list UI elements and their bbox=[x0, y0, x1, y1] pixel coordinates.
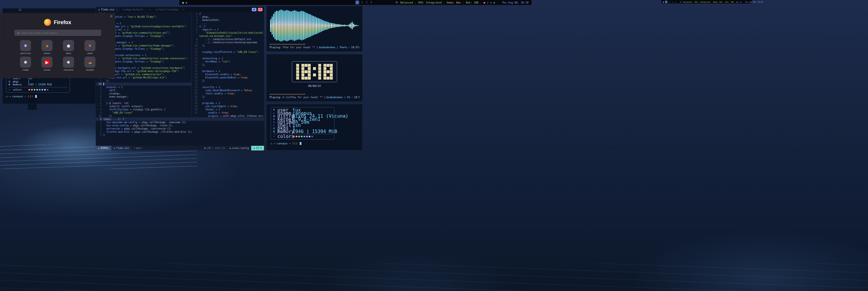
code-text: inherit (self) outputs; bbox=[103, 105, 191, 108]
line-number: 12 bbox=[192, 51, 199, 54]
editor-pane-bottom[interactable]: 1{pkgs, ...}: {1 tux-awesome-wm-config =… bbox=[96, 118, 264, 146]
home-icon: ⌂ bbox=[6, 95, 7, 98]
code-text bbox=[199, 54, 264, 57]
visualizer-bar bbox=[300, 11, 301, 40]
code-text: { bbox=[199, 12, 264, 16]
bar-item: Home: 8ms bbox=[447, 1, 461, 4]
newtab-search-bar[interactable] bbox=[14, 30, 101, 36]
new-tab-page: ⚙ Firefox ❄search.nixosaamazon◉github✳cl… bbox=[0, 13, 115, 78]
code-line: 4 ... bbox=[192, 22, 264, 25]
line-number: 26 bbox=[192, 95, 199, 98]
palette-dot bbox=[28, 89, 30, 91]
visualizer-bar bbox=[323, 21, 324, 30]
shortcut-tile[interactable]: ❋chat.openai bbox=[60, 57, 76, 71]
code-text: networking = { bbox=[199, 57, 264, 60]
buffer-close-button[interactable]: × bbox=[258, 8, 262, 11]
line-number: 1 bbox=[96, 118, 103, 121]
bar-item: | bbox=[711, 1, 712, 3]
workspace-button[interactable]: 2 bbox=[668, 1, 671, 3]
shortcut-tile[interactable]: ☁cloudflare bbox=[82, 57, 98, 71]
code-text: nixos-hardware.url = "github:nixos/nixos… bbox=[103, 66, 191, 70]
shortcut-tile[interactable]: ▶youtube bbox=[39, 57, 55, 71]
shortcut-label: github bbox=[66, 52, 71, 54]
visualizer-bar bbox=[270, 19, 271, 32]
palette-dot bbox=[309, 136, 310, 137]
shortcut-icon-box: ❄ bbox=[20, 40, 31, 51]
line-number: 18 bbox=[192, 70, 199, 73]
tab-close-icon[interactable]: × bbox=[116, 8, 118, 11]
search-icon bbox=[17, 32, 19, 34]
editor-tabline: ❄flake.nix×❄pkgs/default...×❄hosts/isoIm… bbox=[96, 7, 264, 12]
shortcut-icon: ◉ bbox=[66, 43, 71, 48]
code-text: programs = { bbox=[199, 101, 264, 105]
bar-app-icons[interactable]: ▦ bbox=[663, 1, 664, 3]
code-line: 20 bluetooth.powerOnBoot = true; bbox=[192, 76, 264, 79]
code-text: firefox-mod-blur = pkgs.callPackage ./fi… bbox=[103, 130, 264, 134]
code-line: 9 ../../modules/nixos/desktop/awesome bbox=[192, 41, 264, 44]
editor-pane-right[interactable]: 1{2 pkgs,3 modulesPath,4 ...5}: {6 impor… bbox=[192, 12, 264, 117]
tab-close-icon[interactable]: × bbox=[183, 8, 184, 11]
workspace-button[interactable]: 4 bbox=[369, 1, 373, 4]
code-text bbox=[199, 66, 264, 70]
code-line: 3 modulesPath, bbox=[192, 19, 264, 22]
fastfetch-info-box: ☻usertux⌂hnamecanopus▣distroNixOS 24.11 … bbox=[271, 107, 335, 140]
workspace-button[interactable]: 3 bbox=[671, 1, 674, 3]
terminal-window-fastfetch-2: ☻usertux⌂hnamecanopus▣distroNixOS 24.11 … bbox=[266, 104, 363, 150]
code-line: 4 home-manager, bbox=[96, 95, 191, 98]
code-text: "x86_64-linux" bbox=[103, 111, 191, 114]
bar-item: ⚙ bbox=[740, 1, 742, 3]
line-number: 2 bbox=[96, 124, 103, 127]
bar-item: | bbox=[463, 1, 464, 4]
buffer-picker-button[interactable]: ◉ bbox=[252, 8, 256, 11]
workspace-button[interactable]: 4 bbox=[675, 1, 677, 3]
code-line: 1 outputs = { bbox=[96, 86, 191, 89]
shortcut-tile[interactable]: ❋chatgpt bbox=[18, 57, 34, 71]
code-line: 1 tux-awesome-wm-config = pkgs.callPacka… bbox=[96, 121, 264, 124]
shell-prompt[interactable]: ⌂ → canopus ~ ))) bbox=[271, 142, 358, 145]
editor-tab[interactable]: ❄hosts/isoImag..× bbox=[153, 7, 187, 12]
code-text: hardware = { bbox=[199, 70, 264, 73]
statusline-segment-icon: ◆ bbox=[229, 147, 231, 150]
code-text: bluetooth.powerOnBoot = true; bbox=[199, 76, 264, 79]
line-number: 4 bbox=[96, 95, 103, 98]
statusline-segment: ≡17 % bbox=[251, 146, 264, 150]
workspace-button[interactable]: 1 bbox=[355, 1, 359, 4]
bar-item: ✉ bbox=[490, 1, 492, 4]
stars-decoration bbox=[0, 0, 0, 0]
editor-tab[interactable]: ❄pkgs/default...× bbox=[120, 7, 153, 12]
newtab-search-input[interactable] bbox=[21, 31, 98, 34]
bar-item: ▦ bbox=[182, 1, 184, 4]
editor-tab[interactable]: ❄flake.nix× bbox=[96, 7, 120, 12]
workspace-button[interactable]: 2 bbox=[360, 1, 364, 4]
music-note-icon: ♫ bbox=[324, 96, 325, 99]
visualizer-bar bbox=[327, 22, 328, 29]
workspace-button[interactable]: 1 bbox=[665, 1, 668, 3]
visualizer-bar bbox=[292, 11, 293, 41]
code-text: pkgs, bbox=[199, 16, 264, 19]
tab-close-icon[interactable]: × bbox=[149, 8, 151, 11]
code-text: nixos-wsl = { bbox=[103, 28, 191, 31]
code-line: 22 bbox=[192, 83, 264, 86]
line-number: 6 bbox=[192, 28, 199, 31]
bar-app-icons[interactable]: ▦◈ bbox=[182, 1, 187, 4]
shell-prompt[interactable]: ⌂ → canopus ~ ))) bbox=[6, 95, 92, 98]
prompt-chevrons: ))) bbox=[28, 95, 33, 98]
code-text: nixpkgs-f2k.url = "github:moni-dz/nixpkg… bbox=[103, 70, 191, 73]
fetch-colors-row: ✦ colors bbox=[9, 88, 67, 91]
bar-item: | bbox=[735, 1, 736, 3]
shortcut-tile[interactable]: ❄search.nixos bbox=[18, 40, 34, 54]
code-line: 19 bluetooth.enable = true; bbox=[192, 73, 264, 76]
personalize-gear-icon[interactable]: ⚙ bbox=[110, 15, 113, 18]
workspace-switcher: 1234 bbox=[665, 1, 677, 3]
code-line: 27 bbox=[192, 98, 264, 101]
shortcut-tile[interactable]: ◉github bbox=[60, 40, 76, 54]
workspace-switcher: 1234 bbox=[355, 1, 373, 4]
filetype-icon: ❄ bbox=[98, 8, 100, 11]
shortcut-tile[interactable]: aamazon bbox=[39, 40, 55, 54]
statusline-segment-icon: ◆ bbox=[98, 147, 99, 150]
workspace-button[interactable]: 3 bbox=[365, 1, 368, 4]
code-line: 7 "${modulesPath}/installer/cd-dvd/insta… bbox=[192, 31, 264, 38]
code-text: inputs.nixpkgs.follows = "nixpkgs"; bbox=[103, 60, 191, 63]
shortcut-tile[interactable]: ✳claude bbox=[82, 40, 98, 54]
code-text: nixpkgs.url = "github:nixos/nixpkgs/nixo… bbox=[103, 25, 191, 28]
